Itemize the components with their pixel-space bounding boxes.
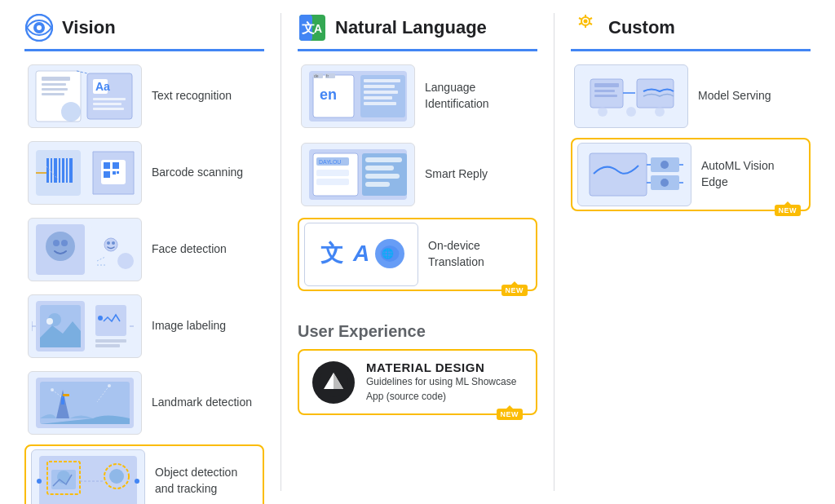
vision-item-barcode[interactable]: Barcode scanning bbox=[24, 138, 264, 208]
thumb-object bbox=[31, 449, 145, 504]
svg-rect-25 bbox=[104, 162, 110, 169]
svg-rect-13 bbox=[93, 108, 124, 110]
svg-text:文: 文 bbox=[302, 20, 315, 35]
svg-text:Aa: Aa bbox=[95, 80, 110, 93]
svg-rect-18 bbox=[51, 158, 52, 183]
svg-rect-96 bbox=[365, 166, 394, 170]
vision-item-text-recognition[interactable]: Aa Text recognition bbox=[24, 61, 264, 131]
vision-label-barcode: Barcode scanning bbox=[152, 165, 243, 181]
svg-rect-123 bbox=[590, 153, 647, 196]
material-new-badge: NEW bbox=[497, 409, 524, 420]
svg-rect-117 bbox=[594, 95, 617, 97]
ue-section-title: User Experience bbox=[298, 322, 537, 341]
svg-point-38 bbox=[117, 253, 134, 269]
user-experience-section: User Experience MATERIAL DESIGN Guidelin… bbox=[298, 322, 537, 430]
svg-point-69 bbox=[135, 479, 139, 484]
vision-item-face[interactable]: Face detection bbox=[24, 214, 264, 285]
svg-rect-118 bbox=[637, 79, 674, 108]
svg-point-14 bbox=[61, 102, 81, 122]
svg-rect-11 bbox=[93, 98, 126, 100]
custom-title: Custom bbox=[608, 17, 675, 38]
vision-label-text-recognition: Text recognition bbox=[152, 88, 232, 104]
svg-point-112 bbox=[584, 20, 588, 24]
svg-rect-4 bbox=[42, 77, 70, 81]
thumb-text-recognition: Aa bbox=[28, 64, 142, 128]
svg-rect-116 bbox=[594, 90, 615, 92]
svg-text:A: A bbox=[352, 241, 369, 266]
material-design-subtitle: Guidelines for using ML Showcase App (so… bbox=[366, 374, 523, 404]
material-design-card[interactable]: MATERIAL DESIGN Guidelines for using ML … bbox=[298, 349, 537, 415]
nl-item-smart-reply[interactable]: DAY LOU Smart Reply bbox=[298, 139, 537, 210]
nl-column: 文 A Natural Language en de fr bbox=[289, 13, 546, 491]
svg-rect-97 bbox=[365, 174, 400, 179]
svg-point-33 bbox=[61, 240, 68, 246]
vision-header: Vision bbox=[24, 13, 264, 51]
translation-new-badge: NEW bbox=[501, 285, 528, 296]
svg-rect-29 bbox=[117, 171, 119, 174]
svg-point-44 bbox=[46, 318, 53, 325]
svg-text:文: 文 bbox=[320, 241, 343, 266]
svg-text:LOU: LOU bbox=[329, 159, 341, 165]
svg-point-68 bbox=[37, 479, 42, 484]
svg-rect-22 bbox=[66, 158, 68, 183]
svg-rect-93 bbox=[316, 179, 349, 185]
custom-label-model-serving: Model Serving bbox=[698, 88, 771, 104]
svg-rect-26 bbox=[113, 162, 119, 169]
vision-label-face: Face detection bbox=[152, 241, 227, 258]
svg-rect-115 bbox=[594, 83, 619, 87]
custom-items-list: Model Serving bbox=[571, 61, 811, 226]
svg-rect-20 bbox=[59, 158, 60, 183]
svg-rect-19 bbox=[54, 158, 57, 183]
vision-icon bbox=[24, 13, 54, 42]
thumb-nl-lang: en de fr bbox=[301, 64, 415, 128]
nl-label-smart-reply: Smart Reply bbox=[425, 166, 488, 183]
svg-point-121 bbox=[655, 107, 665, 117]
material-design-icon bbox=[312, 361, 355, 404]
custom-header: Custom bbox=[571, 13, 811, 51]
svg-point-31 bbox=[46, 232, 75, 261]
nl-item-translation[interactable]: 文 A 🌐 On-device Translation NEW bbox=[298, 218, 537, 291]
custom-item-model-serving[interactable]: Model Serving bbox=[571, 61, 811, 131]
svg-point-37 bbox=[112, 241, 115, 245]
thumb-nl-translate: 文 A 🌐 bbox=[304, 223, 418, 286]
svg-point-36 bbox=[107, 241, 110, 245]
svg-text:fr: fr bbox=[326, 73, 329, 78]
thumb-face bbox=[28, 218, 142, 281]
vision-item-landmark[interactable]: Landmark detection bbox=[24, 368, 264, 438]
nl-items-list: en de fr Language Identification bbox=[298, 61, 537, 306]
svg-rect-21 bbox=[62, 158, 64, 183]
svg-point-2 bbox=[37, 25, 42, 30]
vision-items-list: Aa Text recognition bbox=[24, 61, 264, 504]
custom-label-automl: AutoML Vision Edge bbox=[701, 158, 804, 190]
svg-rect-95 bbox=[365, 157, 402, 162]
nl-item-lang-id[interactable]: en de fr Language Identification bbox=[298, 61, 537, 131]
vision-item-object[interactable]: Object detection and tracking NEW bbox=[24, 444, 264, 504]
vision-item-image-label[interactable]: Image labeling bbox=[24, 291, 264, 361]
svg-line-108 bbox=[579, 18, 581, 20]
thumb-image-label bbox=[28, 294, 142, 358]
svg-line-110 bbox=[579, 24, 581, 25]
page: Vision Aa bbox=[0, 0, 835, 504]
svg-rect-27 bbox=[104, 171, 110, 178]
automl-new-badge: NEW bbox=[775, 205, 802, 216]
svg-point-127 bbox=[660, 179, 669, 187]
svg-rect-49 bbox=[95, 344, 120, 347]
svg-rect-85 bbox=[364, 96, 392, 99]
divider-1 bbox=[281, 13, 281, 491]
svg-text:en: en bbox=[320, 86, 337, 103]
svg-rect-5 bbox=[42, 83, 66, 86]
svg-rect-23 bbox=[69, 158, 73, 183]
thumb-nl-smart: DAY LOU bbox=[301, 143, 415, 206]
custom-item-automl[interactable]: AutoML Vision Edge NEW bbox=[571, 138, 811, 211]
svg-text:de: de bbox=[314, 73, 319, 78]
vision-label-object: Object detection and tracking bbox=[155, 465, 258, 497]
svg-point-120 bbox=[626, 107, 636, 117]
nl-label-translation: On-device Translation bbox=[428, 238, 531, 270]
svg-rect-17 bbox=[46, 158, 49, 183]
custom-icon bbox=[571, 13, 600, 42]
vision-title: Vision bbox=[62, 17, 116, 38]
svg-line-111 bbox=[590, 24, 592, 25]
svg-point-119 bbox=[598, 107, 607, 117]
nl-label-lang-id: Language Identification bbox=[425, 80, 534, 112]
thumb-barcode bbox=[28, 141, 142, 205]
